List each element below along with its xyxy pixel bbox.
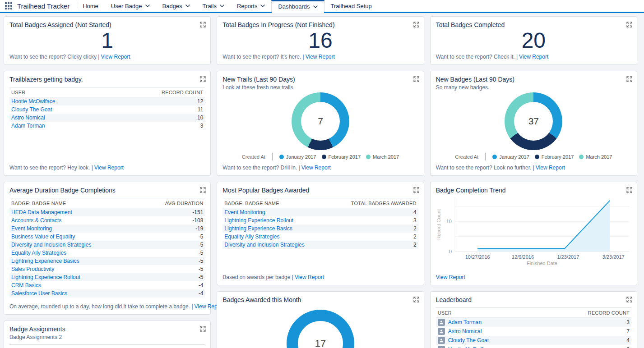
- view-report-link[interactable]: View Report: [436, 274, 465, 280]
- tab-home[interactable]: Home: [76, 0, 105, 12]
- view-report-link[interactable]: View Report: [306, 54, 335, 60]
- new-trails-donut-chart[interactable]: 7: [292, 92, 349, 150]
- expand-icon[interactable]: [413, 296, 419, 302]
- tab-badges[interactable]: Badges: [156, 0, 196, 12]
- row-link[interactable]: Lightning Experience Rollout: [11, 274, 80, 280]
- row-link[interactable]: Adam Torman: [448, 319, 482, 325]
- legend-dot: [492, 155, 497, 159]
- card-badge-assignments: Badge Assignments Badge Assignments 2 US…: [4, 321, 211, 348]
- expand-icon[interactable]: [200, 325, 206, 331]
- table-row: Hootie McOwlface12: [9, 97, 205, 105]
- view-report-link[interactable]: View Report: [519, 54, 548, 60]
- chevron-down-icon: [313, 5, 318, 8]
- row-value: 2: [413, 242, 417, 248]
- row-link[interactable]: Equality Ally Strategies: [224, 234, 279, 240]
- expand-icon[interactable]: [200, 187, 206, 192]
- tab-label: Badges: [162, 3, 182, 9]
- chart-legend: Created At January 2017 February 2017 Ma…: [222, 153, 418, 160]
- view-report-link[interactable]: View Report: [536, 165, 565, 171]
- footer-text: Want to see the report? It's here. |: [222, 54, 304, 60]
- tab-label: Reports: [237, 3, 258, 9]
- row-value: 12: [197, 98, 203, 105]
- badges-month-donut-chart[interactable]: 17: [287, 310, 354, 348]
- expand-icon[interactable]: [626, 76, 632, 82]
- donut-center-value: 7: [301, 102, 340, 141]
- metric-value: 20: [436, 27, 631, 54]
- table-row: Diversity and Inclusion Strategies2: [222, 241, 418, 249]
- row-link[interactable]: HEDA Data Management: [11, 209, 72, 215]
- footer-text: Based on awards per badge |: [222, 274, 293, 280]
- view-report-link[interactable]: View Report: [295, 274, 324, 280]
- legend-dot: [366, 155, 371, 159]
- card-title: Average Duration Badge Completions: [9, 187, 205, 194]
- row-link[interactable]: Cloudy The Goat: [11, 106, 52, 113]
- card-most-popular-badges: Most Popular Badges Awarded BADGE: BADGE…: [217, 182, 424, 285]
- expand-icon[interactable]: [413, 187, 419, 192]
- card-trailblazers: Trailblazers getting badgy. USER RECORD …: [4, 71, 211, 176]
- expand-icon[interactable]: [626, 21, 632, 27]
- app-launcher-icon[interactable]: [5, 2, 12, 9]
- row-link[interactable]: Event Monitoring: [11, 225, 52, 232]
- row-link[interactable]: Lightning Experience Rollout: [224, 217, 293, 224]
- tab-dashboards[interactable]: Dashboards: [271, 0, 324, 12]
- row-link[interactable]: Hootie McOwlface: [448, 346, 492, 348]
- card-footer: Based on awards per badge |View Report: [222, 274, 418, 280]
- table-row: Astro Nomical10: [9, 114, 205, 122]
- row-link[interactable]: Adam Torman: [11, 123, 45, 129]
- expand-icon[interactable]: [626, 296, 632, 302]
- row-value: 11: [198, 106, 203, 113]
- expand-icon[interactable]: [200, 76, 206, 82]
- col-user: USER: [438, 310, 452, 316]
- table-row: Diversity and Inclusion Strategies-5: [9, 241, 205, 249]
- table-row: Sales Productivity-5: [9, 265, 205, 273]
- trend-line-chart[interactable]: 01010/27/201612/9/20161/23/20173/23/2017…: [436, 195, 631, 274]
- nav-tabs: HomeUser BadgeBadgesTrailsReportsDashboa…: [76, 0, 378, 12]
- row-link[interactable]: Lightning Experience Basics: [11, 258, 79, 264]
- card-subtitle: Look at these fresh new trails.: [222, 84, 418, 91]
- row-link[interactable]: CRM Basics: [11, 282, 41, 288]
- row-link[interactable]: Lightning Experience Basics: [224, 225, 292, 232]
- expand-icon[interactable]: [626, 187, 632, 192]
- view-report-link[interactable]: View Report: [101, 54, 130, 60]
- row-link[interactable]: Sales Productivity: [11, 266, 54, 272]
- row-link[interactable]: Astro Nomical: [448, 328, 482, 334]
- svg-text:10/27/2016: 10/27/2016: [465, 254, 490, 260]
- card-title: Leaderboard: [436, 296, 631, 303]
- table-header: USER RECORD COUNT: [9, 87, 205, 97]
- new-badges-donut-chart[interactable]: 37: [505, 92, 562, 150]
- row-link[interactable]: Hootie McOwlface: [11, 98, 55, 105]
- row-link[interactable]: Accounts & Contacts: [11, 217, 61, 224]
- row-link[interactable]: Diversity and Inclusion Strategies: [224, 242, 304, 248]
- leaderboard-table: USER RECORD COUNT Adam Torman3Astro Nomi…: [436, 307, 631, 348]
- view-report-link[interactable]: View Report: [94, 165, 124, 171]
- tab-label: Trails: [203, 3, 217, 9]
- chevron-down-icon: [220, 5, 224, 7]
- row-value: 3: [413, 217, 417, 224]
- most-popular-table: BADGE: BADGE NAME TOTAL BADGES AWARDED E…: [222, 198, 418, 249]
- row-link[interactable]: Astro Nomical: [11, 114, 45, 121]
- row-value: -5: [199, 250, 204, 256]
- legend-dot: [322, 155, 326, 159]
- row-link[interactable]: Business Value of Equality: [11, 234, 75, 240]
- expand-icon[interactable]: [200, 21, 206, 27]
- card-footer: On average, rounded up to a day, how lon…: [9, 303, 205, 310]
- expand-icon[interactable]: [413, 76, 419, 82]
- row-link[interactable]: Equality Ally Strategies: [11, 250, 66, 256]
- column-1: Total Badges Assigned (Not Started) 1 Wa…: [4, 16, 211, 348]
- view-report-link[interactable]: View Report: [301, 165, 331, 171]
- row-link[interactable]: Cloudy The Goat: [448, 337, 489, 343]
- row-value: 2: [413, 225, 417, 232]
- row-value: -19: [195, 225, 203, 232]
- tab-label: Dashboards: [278, 3, 310, 10]
- tab-trailhead-setup[interactable]: Trailhead Setup: [324, 0, 378, 12]
- card-total-badges-completed: Total Badges Completed 20 Want to see th…: [430, 16, 637, 65]
- row-link[interactable]: Event Monitoring: [224, 209, 265, 215]
- tab-trails[interactable]: Trails: [196, 0, 231, 12]
- row-link[interactable]: Diversity and Inclusion Strategies: [11, 242, 91, 248]
- card-footer: View Report: [436, 274, 631, 280]
- row-link[interactable]: Salesforce User Basics: [11, 290, 67, 297]
- tab-user-badge[interactable]: User Badge: [105, 0, 156, 12]
- expand-icon[interactable]: [413, 21, 419, 27]
- tab-reports[interactable]: Reports: [231, 0, 272, 12]
- col-record-count: RECORD COUNT: [588, 310, 630, 316]
